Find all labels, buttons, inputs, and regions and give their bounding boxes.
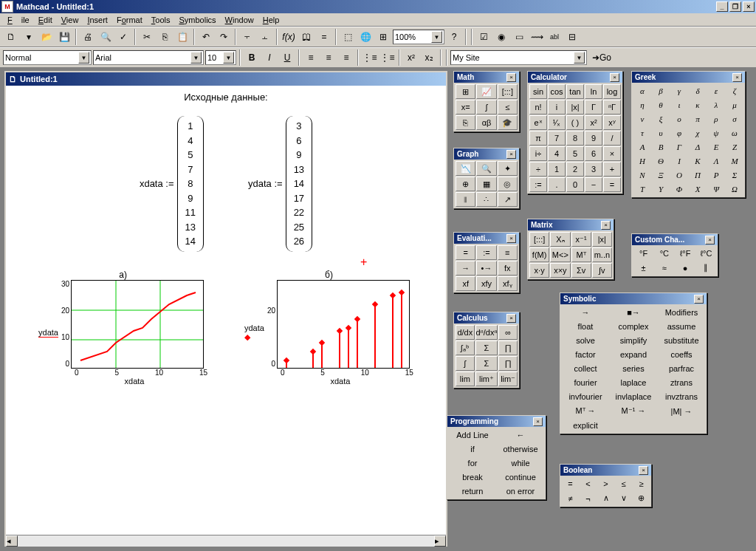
palette-button[interactable]: δ	[689, 84, 707, 97]
palette-button[interactable]: i÷	[529, 146, 547, 161]
bool-icon[interactable]: ≤	[498, 100, 518, 114]
palette-button[interactable]: ω	[726, 126, 743, 140]
close-icon[interactable]: ×	[601, 221, 611, 230]
palette-button[interactable]: float	[562, 320, 609, 333]
palette-button[interactable]: °C	[654, 247, 674, 260]
palette-boolean[interactable]: Boolean× =<>≤≥≠¬∧∨⊕	[560, 464, 652, 507]
palette-greek[interactable]: Greek× αβγδεζηθικλμνξοπρστυφχψωΑΒΓΔΕΖΗΘΙ…	[631, 71, 746, 198]
palette-button[interactable]: −	[585, 177, 602, 192]
palette-button[interactable]: 0	[566, 177, 584, 192]
polar-icon[interactable]: ⊕	[456, 177, 475, 191]
minimize-button[interactable]: _	[716, 1, 728, 12]
eval-icon[interactable]: x=	[456, 100, 475, 114]
chart-b-region[interactable]: б) ydata ◆ 20 0	[244, 270, 413, 386]
worksheet[interactable]: Исходные данные: xdata := 145789111314 y…	[6, 86, 446, 535]
palette-button[interactable]: expand	[610, 348, 657, 361]
palette-button[interactable]: ±	[633, 261, 653, 275]
palette-customchar[interactable]: Custom Cha...× °F°Cℓ°Fℓ°C±≈●∥	[631, 233, 718, 277]
bold-button[interactable]: B	[244, 49, 260, 66]
align-button[interactable]: ⫟	[239, 29, 255, 45]
palette-button[interactable]: if	[449, 442, 496, 456]
unit-button[interactable]: 🕮	[298, 29, 315, 45]
palette-button[interactable]: υ	[652, 126, 670, 140]
calc-icon[interactable]: ∫	[476, 100, 496, 114]
palette-calculus[interactable]: Calculus× d/dxdⁿ/dxⁿ∞ ∫ₐᵇΣ∏ ∫Σ∏ limlim⁺l…	[453, 312, 520, 389]
palette-button[interactable]: Γ	[670, 140, 688, 154]
palette-button[interactable]: :=	[529, 177, 547, 192]
palette-button[interactable]: for	[449, 456, 496, 470]
palette-button[interactable]: series	[610, 362, 657, 375]
palette-button[interactable]: ο	[670, 112, 688, 126]
palette-button[interactable]: 8	[566, 131, 584, 146]
palette-button[interactable]: |M| →	[658, 404, 705, 418]
xy-plot-icon[interactable]: 📉	[456, 161, 475, 176]
palette-button[interactable]: Θ	[652, 154, 670, 168]
palette-button[interactable]: 5	[566, 146, 584, 161]
palette-button[interactable]: Σv	[571, 263, 591, 278]
menu-edit[interactable]: Edit	[34, 14, 57, 26]
new-button[interactable]: 🗋	[3, 29, 19, 45]
palette-button[interactable]: x×y	[550, 263, 570, 278]
palette-button[interactable]: assume	[658, 320, 705, 333]
redo-button[interactable]: ↷	[216, 29, 232, 45]
palette-button[interactable]: =	[603, 177, 621, 192]
palette-button[interactable]: x·y	[529, 263, 549, 278]
doc-titlebar[interactable]: 🗋 Untitled:1	[6, 72, 446, 86]
greek-icon[interactable]: αβ	[476, 115, 496, 130]
button-icon[interactable]: ▭	[511, 29, 527, 45]
matrix-icon[interactable]: [:::]	[498, 84, 518, 99]
palette-button[interactable]: Mᵀ →	[562, 404, 609, 418]
palette-button[interactable]: /	[603, 131, 621, 146]
undo-button[interactable]: ↶	[198, 29, 214, 45]
close-button[interactable]: ×	[743, 1, 755, 12]
close-icon[interactable]: ×	[506, 150, 516, 159]
palette-button[interactable]: n!	[529, 100, 547, 114]
close-icon[interactable]: ×	[732, 73, 742, 82]
palette-button[interactable]: return	[449, 485, 496, 498]
size-combo[interactable]: 10▼	[205, 50, 236, 65]
help-button[interactable]: ?	[446, 29, 462, 45]
go-button[interactable]: ➜Go	[588, 49, 615, 66]
palette-button[interactable]: Ψ	[707, 182, 725, 196]
palette-button[interactable]: ψ	[707, 126, 725, 140]
close-icon[interactable]: ×	[610, 73, 619, 82]
arrow-icon[interactable]: ▾	[21, 29, 37, 45]
palette-button[interactable]: M<>	[550, 247, 570, 262]
palette-button[interactable]: Κ	[689, 154, 707, 168]
palette-button[interactable]: 6	[585, 146, 602, 161]
align-right-button[interactable]: ≡	[338, 49, 354, 66]
palette-button[interactable]: f(M)	[529, 247, 549, 262]
palette-button[interactable]: substitute	[658, 334, 705, 347]
palette-button[interactable]: invlaplace	[610, 390, 657, 403]
zoom-icon[interactable]: 🔍	[476, 161, 496, 176]
palette-button[interactable]: ln	[585, 84, 602, 99]
palette-button[interactable]: ζ	[726, 84, 743, 97]
palette-button[interactable]: invfourier	[562, 390, 609, 403]
palette-button[interactable]: [:::]	[529, 232, 549, 247]
3dbar-icon[interactable]: ⫴	[456, 192, 475, 207]
menu-window[interactable]: Window	[221, 14, 258, 26]
palette-button[interactable]: ⁿΓ	[603, 100, 621, 114]
palette-button[interactable]: log	[603, 84, 621, 99]
palette-button[interactable]: η	[633, 98, 651, 112]
palette-button[interactable]: ¹⁄ₓ	[548, 115, 566, 130]
restore-button[interactable]: ❐	[729, 1, 741, 12]
palette-button[interactable]: σ	[726, 112, 743, 126]
palette-button[interactable]: parfrac	[658, 362, 705, 375]
palette-button[interactable]: xʸ	[603, 115, 621, 130]
fx-button[interactable]: f(x)	[281, 29, 297, 45]
palette-button[interactable]: Ρ	[707, 168, 725, 182]
palette-button[interactable]: explicit	[562, 419, 609, 432]
close-icon[interactable]: ×	[533, 417, 543, 426]
palette-button[interactable]: eˣ	[529, 115, 547, 130]
palette-button[interactable]: ι	[670, 98, 688, 112]
palette-button[interactable]: =	[562, 477, 579, 490]
list-icon[interactable]: ⊟	[564, 29, 580, 45]
palette-button[interactable]: Λ	[707, 154, 725, 168]
palette-button[interactable]: tan	[566, 84, 584, 99]
menu-symbolics[interactable]: Symbolics	[174, 14, 220, 26]
palette-button[interactable]: Mᵀ	[571, 247, 591, 262]
sub-button[interactable]: x₂	[421, 49, 437, 66]
palette-button[interactable]: 4	[548, 146, 566, 161]
palette-button[interactable]: >	[597, 477, 614, 490]
